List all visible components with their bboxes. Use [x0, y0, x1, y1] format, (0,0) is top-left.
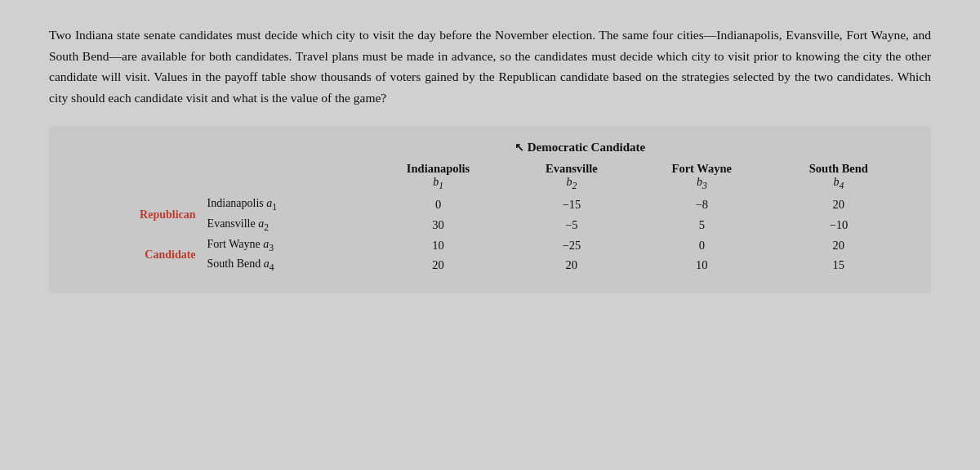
cell-a4-b1: 20: [366, 255, 510, 275]
cursor-icon: ↖: [514, 141, 524, 154]
republican-label: Republican: [74, 195, 201, 235]
col-header-southbend: South Bend: [771, 159, 906, 176]
column-header-row: Indianapolis Evansville Fort Wayne South…: [74, 159, 906, 176]
problem-text: Two Indiana state senate candidates must…: [49, 25, 931, 108]
cell-a1-b3: −8: [633, 195, 771, 215]
cell-a2-b3: 5: [633, 215, 771, 235]
col-sub-b2: b2: [510, 176, 633, 195]
cell-a2-b2: −5: [510, 215, 633, 235]
col-sub-b4: b4: [771, 176, 906, 195]
cell-a1-b2: −15: [510, 195, 633, 215]
table-row: Candidate Fort Wayne a3 10 −25 0 20: [74, 235, 906, 256]
col-sub-b3: b3: [633, 176, 771, 195]
empty-header-left: [74, 159, 366, 176]
payoff-table: Indianapolis Evansville Fort Wayne South…: [74, 159, 906, 275]
cell-a1-b1: 0: [366, 195, 510, 215]
column-subheader-row: b1 b2 b3 b4: [74, 176, 906, 195]
democratic-candidate-label: ↖Democratic Candidate: [253, 141, 906, 154]
col-header-indianapolis: Indianapolis: [366, 159, 510, 176]
cell-a4-b2: 20: [510, 255, 633, 275]
cell-a3-b1: 10: [366, 235, 510, 256]
cell-a3-b4: 20: [771, 235, 906, 256]
cell-a4-b3: 10: [633, 255, 771, 275]
col-header-fortwayne: Fort Wayne: [633, 159, 771, 176]
row-city-evansville: Evansville a2: [201, 215, 367, 235]
payoff-table-section: ↖Democratic Candidate Indianapolis Evans…: [49, 126, 931, 293]
row-city-fortwayne: Fort Wayne a3: [201, 235, 367, 256]
cell-a3-b2: −25: [510, 235, 633, 256]
cell-a3-b3: 0: [633, 235, 771, 256]
row-city-southbend: South Bend a4: [201, 255, 367, 275]
col-sub-b1: b1: [366, 176, 510, 195]
cell-a4-b4: 15: [771, 255, 906, 275]
table-row: Republican Indianapolis a1 0 −15 −8 20: [74, 195, 906, 215]
candidate-label: Candidate: [74, 235, 201, 276]
cell-a2-b1: 30: [366, 215, 510, 235]
cell-a1-b4: 20: [771, 195, 906, 215]
row-city-indianapolis: Indianapolis a1: [201, 195, 367, 215]
page-content: Two Indiana state senate candidates must…: [49, 25, 931, 293]
col-header-evansville: Evansville: [510, 159, 633, 176]
cell-a2-b4: −10: [771, 215, 906, 235]
empty-subheader-left: [74, 176, 366, 195]
